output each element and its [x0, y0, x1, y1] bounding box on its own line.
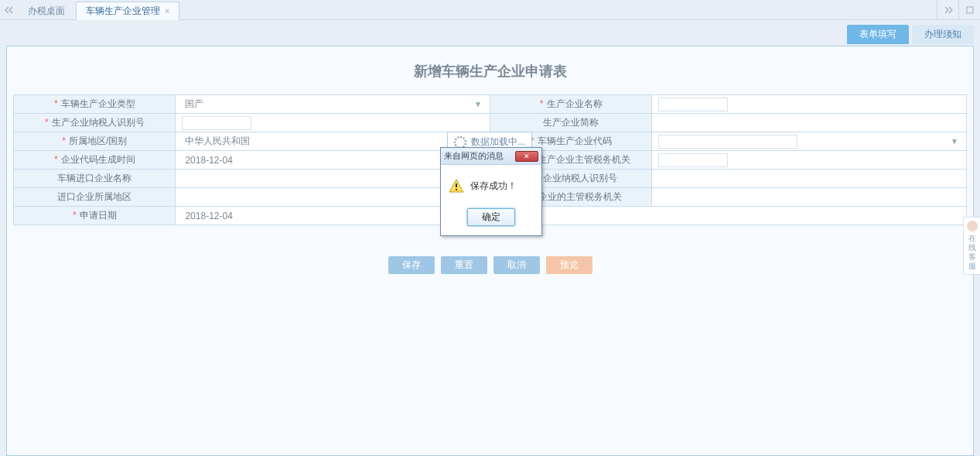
label-enterprise-taxid: 生产企业纳税人识别号 [52, 117, 145, 128]
float-line2: 客服 [965, 252, 978, 271]
float-line1: 在线 [965, 234, 978, 252]
value-region: 中华人民共和国 [180, 135, 250, 148]
subtab-form-fill[interactable]: 表单填写 [847, 25, 909, 44]
tabs-scroll-left-icon[interactable] [0, 0, 19, 19]
label-apply-date: 申请日期 [80, 210, 117, 221]
label-enterprise-type: 车辆生产企业类型 [61, 98, 135, 109]
label-import-region: 进口企业所属地区 [57, 191, 131, 202]
svg-rect-1 [456, 183, 457, 187]
tab-vehicle-mgmt[interactable]: 车辆生产企业管理 × [76, 2, 179, 20]
dialog-title: 来自网页的消息 [444, 150, 504, 162]
label-enterprise-short: 生产企业简称 [543, 117, 599, 128]
dialog-ok-button[interactable]: 确定 [467, 208, 515, 226]
chevron-down-icon: ▼ [951, 137, 958, 146]
field-import-tax-authority[interactable] [652, 188, 967, 207]
chevron-down-icon: ▼ [474, 100, 482, 108]
online-service-float[interactable]: 在线 客服 [963, 217, 980, 275]
value-apply-date: 2018-12-04 [180, 211, 232, 221]
form-panel: 新增车辆生产企业申请表 *车辆生产企业类型 国产 ▼ *生产企业名称 *生产企业… [6, 46, 974, 456]
dialog-message: 保存成功！ [470, 180, 517, 193]
cancel-button[interactable]: 取消 [493, 256, 540, 274]
field-enterprise-code[interactable]: ▼ [652, 132, 967, 151]
input-tax-authority[interactable] [658, 153, 728, 167]
label-codetime: 企业代码生成时间 [61, 154, 135, 165]
value-codetime: 2018-12-04 [180, 155, 232, 166]
label-enterprise-code: 车辆生产企业代码 [538, 135, 612, 146]
tab-desktop[interactable]: 办税桌面 [19, 2, 74, 20]
close-icon[interactable]: × [165, 2, 169, 20]
subtab-notice[interactable]: 办理须知 [912, 25, 974, 44]
save-button[interactable]: 保存 [388, 256, 435, 274]
svg-rect-0 [967, 7, 973, 13]
field-enterprise-type[interactable]: 国产 ▼ [176, 95, 490, 114]
label-region: 所属地区/国别 [69, 135, 127, 146]
tab-vehicle-mgmt-label: 车辆生产企业管理 [86, 2, 160, 20]
dialog-close-button[interactable]: ✕ [515, 151, 538, 162]
message-dialog: 来自网页的消息 ✕ 保存成功！ 确定 [440, 147, 542, 236]
input-enterprise-taxid[interactable] [182, 116, 251, 130]
preview-button[interactable]: 预览 [546, 256, 592, 274]
tabs-scroll-right-icon[interactable] [937, 0, 958, 19]
input-enterprise-name[interactable] [658, 98, 728, 111]
svg-rect-2 [456, 189, 457, 190]
field-enterprise-short[interactable] [652, 114, 967, 132]
tab-desktop-label: 办税桌面 [28, 2, 65, 20]
value-enterprise-type: 国产 [180, 98, 203, 111]
maximize-icon[interactable] [958, 0, 980, 19]
page-title: 新增车辆生产企业申请表 [13, 62, 967, 81]
warning-icon [449, 179, 464, 193]
field-import-taxid[interactable] [652, 170, 967, 188]
reset-button[interactable]: 重置 [441, 256, 487, 274]
label-enterprise-name: 生产企业名称 [547, 98, 603, 109]
avatar-icon [967, 221, 978, 231]
label-import-name: 车辆进口企业名称 [57, 173, 131, 183]
input-enterprise-code[interactable] [658, 135, 797, 149]
